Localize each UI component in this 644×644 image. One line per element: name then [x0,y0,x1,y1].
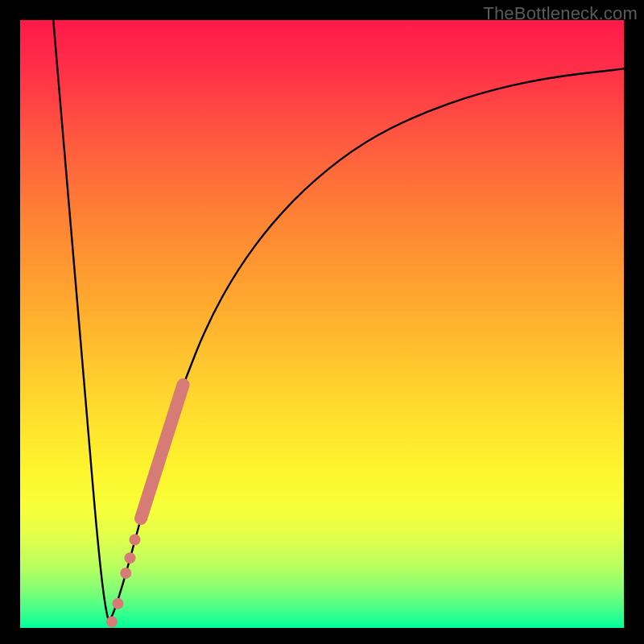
salmon-markers [20,20,624,628]
salmon-dot [125,552,136,564]
salmon-dots-group [106,535,141,628]
salmon-thick-segment [141,385,184,518]
salmon-dot [120,568,131,579]
salmon-dot [130,535,141,546]
plot-area [20,20,624,628]
chart-stage: TheBottleneck.com [0,0,644,644]
salmon-dot [113,598,124,609]
salmon-dot [106,616,118,627]
